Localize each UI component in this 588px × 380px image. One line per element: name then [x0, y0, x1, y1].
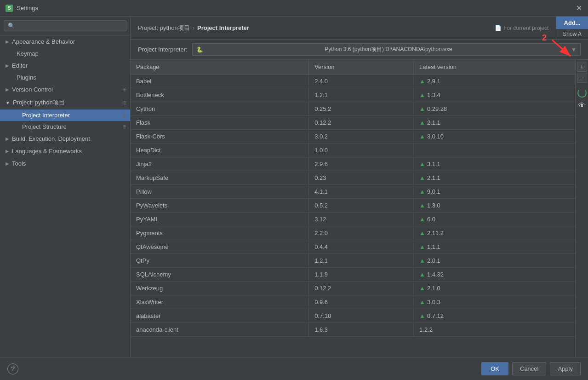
sidebar-item-interpreter[interactable]: Project Interpreter ⊞ [0, 109, 130, 121]
pkg-latest: ▲2.11.2 [414, 226, 575, 240]
pkg-latest: ▲3.0.3 [414, 295, 575, 309]
breadcrumb: Project: python项目 › Project Interpreter … [131, 19, 556, 37]
upgrade-arrow-icon: ▲ [419, 92, 425, 98]
apply-button[interactable]: Apply [550, 362, 581, 375]
copy-icon: ⊞ [122, 100, 126, 106]
interpreter-value: Python 3.6 (python项目) D:\ANACONDA\python… [325, 46, 452, 53]
table-row: Werkzeug0.12.2▲2.1.0 [131, 282, 575, 295]
interpreter-row: Project Interpreter: 🐍 Python 3.6 (pytho… [131, 40, 588, 60]
sidebar-item-editor[interactable]: ▶ Editor [0, 59, 130, 72]
upgrade-arrow-icon: ▲ [419, 119, 425, 126]
pkg-version: 0.12.2 [309, 282, 414, 295]
upgrade-arrow-icon: ▲ [419, 271, 425, 278]
dropdown-arrow-icon: ▼ [571, 46, 577, 53]
add-button[interactable]: Add... [556, 17, 588, 29]
pkg-version: 0.5.2 [309, 199, 414, 213]
pkg-version: 2.2.0 [309, 226, 414, 240]
sidebar-item-label: Plugins [17, 74, 36, 81]
python-icon: 🐍 [196, 46, 203, 53]
help-button[interactable]: ? [7, 363, 18, 374]
table-row: SQLAlchemy1.1.9▲1.4.32 [131, 268, 575, 282]
pkg-name: anaconda-client [131, 323, 309, 337]
table-row: MarkupSafe0.23▲2.1.1 [131, 171, 575, 185]
eye-icon[interactable]: 👁 [578, 101, 586, 109]
sidebar-item-label: Appearance & Behavior [12, 38, 75, 45]
pkg-latest: ▲3.1.1 [414, 157, 575, 171]
sidebar-item-structure[interactable]: Project Structure ⊞ [0, 121, 130, 132]
sidebar-item-tools[interactable]: ▶ Tools [0, 157, 130, 170]
pkg-latest: ▲2.1.1 [414, 116, 575, 130]
sidebar-item-label: Project Structure [22, 123, 67, 130]
upgrade-arrow-icon: ▲ [419, 216, 425, 223]
upgrade-arrow-icon: ▲ [419, 105, 425, 112]
cancel-button[interactable]: Cancel [512, 362, 546, 375]
pkg-latest: ▲1.1.1 [414, 240, 575, 254]
sidebar-item-label: Build, Execution, Deployment [12, 135, 90, 142]
pkg-name: Bottleneck [131, 88, 309, 102]
upgrade-arrow-icon: ▲ [419, 78, 425, 85]
pkg-latest: ▲0.7.12 [414, 309, 575, 323]
breadcrumb-parent: Project: python项目 [138, 24, 190, 32]
pkg-latest: ▲3.0.10 [414, 130, 575, 144]
sidebar-item-plugins[interactable]: Plugins [0, 72, 130, 83]
search-bar [0, 17, 130, 35]
pkg-name: Jinja2 [131, 157, 309, 171]
arrow-icon: ▶ [6, 39, 9, 44]
refresh-icon [577, 88, 587, 98]
breadcrumb-separator: › [193, 24, 194, 31]
sidebar-item-label: Languages & Frameworks [12, 148, 82, 155]
pkg-name: SQLAlchemy [131, 268, 309, 282]
pkg-latest: ▲1.3.4 [414, 88, 575, 102]
sidebar-item-languages[interactable]: ▶ Languages & Frameworks [0, 145, 130, 157]
pkg-version: 1.2.1 [309, 88, 414, 102]
table-controls: + − 👁 [575, 60, 588, 357]
remove-package-button[interactable]: − [577, 73, 587, 83]
sidebar-item-appearance[interactable]: ▶ Appearance & Behavior [0, 35, 130, 48]
table-row: XlsxWriter0.9.6▲3.0.3 [131, 295, 575, 309]
search-input[interactable] [4, 20, 126, 31]
sidebar-item-label: Keymap [17, 50, 39, 57]
pkg-name: Flask [131, 116, 309, 130]
table-area: Package Version Latest version Babel2.4.… [131, 60, 588, 357]
pkg-name: Babel [131, 75, 309, 88]
table-row: Flask-Cors3.0.2▲3.0.10 [131, 130, 575, 144]
pkg-name: Werkzeug [131, 282, 309, 295]
interpreter-select[interactable]: 🐍 Python 3.6 (python项目) D:\ANACONDA\pyth… [192, 43, 581, 56]
copy-icon: ⊞ [122, 124, 126, 130]
sidebar-item-build[interactable]: ▶ Build, Execution, Deployment [0, 132, 130, 145]
upgrade-arrow-icon: ▲ [419, 133, 425, 140]
table-row: HeapDict1.0.0 [131, 144, 575, 157]
upgrade-arrow-icon: ▲ [419, 174, 425, 181]
pkg-latest: ▲2.9.1 [414, 75, 575, 88]
upgrade-arrow-icon: ▲ [419, 285, 425, 292]
pkg-version: 3.0.2 [309, 130, 414, 144]
packages-table: Package Version Latest version Babel2.4.… [131, 60, 575, 337]
pkg-latest: ▲2.0.1 [414, 254, 575, 268]
sidebar-item-project[interactable]: ▼ Project: python项目 ⊞ [0, 96, 130, 109]
content-area: Project: python项目 › Project Interpreter … [131, 17, 588, 357]
pkg-name: Pillow [131, 185, 309, 199]
table-row: Flask0.12.2▲2.1.1 [131, 116, 575, 130]
sidebar-item-keymap[interactable]: Keymap [0, 48, 130, 59]
pkg-version: 1.6.3 [309, 323, 414, 337]
table-wrapper: Package Version Latest version Babel2.4.… [131, 60, 575, 357]
add-package-button[interactable]: + [577, 62, 587, 72]
sidebar-item-vcs[interactable]: ▶ Version Control ⊞ [0, 83, 130, 96]
close-button[interactable]: ✕ [575, 5, 582, 12]
pkg-latest: ▲1.3.0 [414, 199, 575, 213]
show-all-button[interactable]: Show A [556, 29, 588, 39]
pkg-latest: ▲1.4.32 [414, 268, 575, 282]
pkg-name: alabaster [131, 309, 309, 323]
ok-button[interactable]: OK [481, 362, 508, 375]
title-bar-left: S Settings [6, 5, 38, 12]
table-row: anaconda-client1.6.31.2.2 [131, 323, 575, 337]
upgrade-arrow-icon: ▲ [419, 312, 425, 319]
arrow-icon: ▼ [6, 100, 10, 105]
arrow-icon: ▶ [6, 63, 9, 68]
arrow-icon: ▶ [6, 87, 9, 92]
arrow-icon: ▶ [6, 161, 9, 166]
sidebar-item-label: Project Interpreter [22, 112, 70, 119]
bottom-bar: ? OK Cancel Apply [0, 357, 588, 380]
table-row: PyWavelets0.5.2▲1.3.0 [131, 199, 575, 213]
upgrade-arrow-icon: ▲ [419, 257, 425, 264]
